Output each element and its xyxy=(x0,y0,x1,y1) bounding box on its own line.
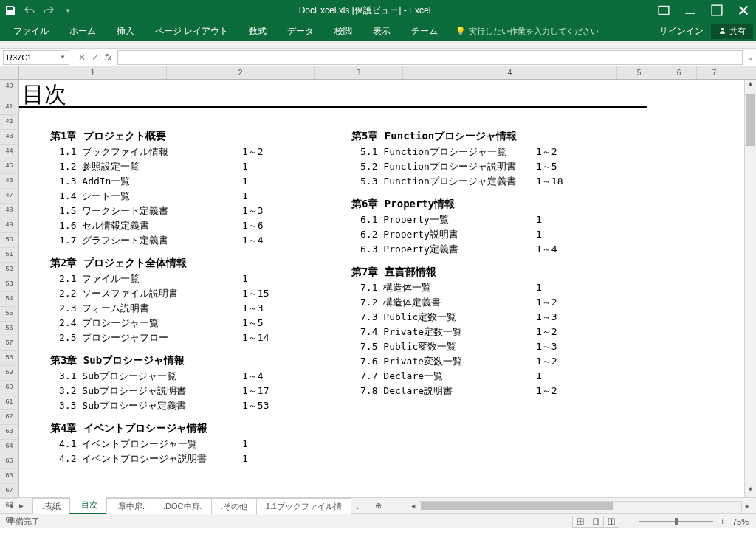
share-button[interactable]: 共有 xyxy=(711,24,753,39)
qat-dropdown-icon[interactable]: ▼ xyxy=(62,4,74,16)
doc-title: 目次 xyxy=(22,80,66,110)
worksheet-canvas[interactable]: 目次 第1章 プロジェクト概要1.1 ブックファイル情報1～21.2 参照設定一… xyxy=(19,80,744,497)
signin-link[interactable]: サインイン xyxy=(659,25,704,38)
cancel-formula-icon[interactable]: ✕ xyxy=(78,52,86,63)
scroll-down-icon[interactable]: ▼ xyxy=(745,485,756,497)
toc-item-label: 1.3 AddIn一覧 xyxy=(50,174,242,189)
vertical-scrollbar[interactable]: ▲ ▼ xyxy=(744,80,756,497)
tab-first-icon[interactable]: ◄ xyxy=(7,502,15,510)
ribbon-tab-0[interactable]: ファイル xyxy=(3,21,59,41)
toc-item-page: 1 xyxy=(242,452,248,466)
minimize-icon[interactable] xyxy=(682,2,698,18)
toc-item: 6.2 Property説明書1 xyxy=(351,227,563,242)
zoom-handle[interactable] xyxy=(675,518,678,525)
toc-item-label: 6.1 Property一覧 xyxy=(351,212,536,227)
row-header[interactable]: 57 xyxy=(0,336,18,351)
hscroll-right-icon[interactable]: ► xyxy=(742,502,753,510)
row-header[interactable]: 62 xyxy=(0,410,18,425)
column-header[interactable]: 2 xyxy=(167,66,315,79)
chevron-down-icon[interactable]: ▼ xyxy=(60,54,66,60)
enter-formula-icon[interactable]: ✓ xyxy=(92,52,99,63)
ribbon-tab-7[interactable]: 表示 xyxy=(362,21,401,41)
sheet-tab[interactable]: .その他 xyxy=(211,498,257,514)
row-header[interactable]: 47 xyxy=(0,189,18,204)
row-header[interactable]: 67 xyxy=(0,484,18,499)
row-header[interactable]: 48 xyxy=(0,204,18,218)
column-header[interactable]: 6 xyxy=(662,66,697,79)
row-header[interactable]: 65 xyxy=(0,454,18,469)
horizontal-scrollbar[interactable] xyxy=(419,501,742,511)
row-header[interactable]: 44 xyxy=(0,145,18,159)
zoom-in-button[interactable]: + xyxy=(721,517,725,526)
ribbon-tab-1[interactable]: ホーム xyxy=(59,21,106,41)
column-header[interactable]: 1 xyxy=(19,66,167,79)
tell-me-search[interactable]: 💡 実行したい作業を入力してください xyxy=(456,26,599,37)
toc-item-page: 1～2 xyxy=(536,354,557,369)
column-header[interactable]: 7 xyxy=(697,66,732,79)
row-header[interactable]: 43 xyxy=(0,130,18,145)
toc-item: 3.1 Subプロシージャ一覧1～4 xyxy=(50,369,269,384)
row-header[interactable]: 40 xyxy=(0,80,18,100)
row-header[interactable]: 51 xyxy=(0,248,18,263)
toc-chapter: 第2章 プロジェクト全体情報 xyxy=(50,257,269,270)
close-icon[interactable] xyxy=(735,2,752,18)
row-header[interactable]: 53 xyxy=(0,277,18,292)
row-header[interactable]: 41 xyxy=(0,100,18,115)
ribbon-tab-6[interactable]: 校閲 xyxy=(324,21,362,41)
sheet-tab[interactable]: .表紙 xyxy=(32,498,70,514)
formula-input[interactable] xyxy=(117,50,743,65)
row-header[interactable]: 50 xyxy=(0,233,18,248)
sheet-tab[interactable]: .DOC中扉. xyxy=(154,498,212,514)
add-sheet-button[interactable]: ⊕ xyxy=(369,501,388,511)
sheet-tab[interactable]: .章中扉. xyxy=(106,498,154,514)
row-header[interactable]: 60 xyxy=(0,381,18,395)
row-header[interactable]: 55 xyxy=(0,307,18,322)
row-header[interactable]: 42 xyxy=(0,115,18,130)
column-header[interactable]: 5 xyxy=(617,66,662,79)
row-header[interactable]: 45 xyxy=(0,159,18,174)
ribbon-tab-2[interactable]: 挿入 xyxy=(106,21,145,41)
column-header[interactable]: 4 xyxy=(403,66,617,79)
normal-view-button[interactable] xyxy=(572,516,588,528)
undo-icon[interactable] xyxy=(24,4,35,16)
maximize-icon[interactable] xyxy=(709,2,725,18)
name-box[interactable]: R37C1 ▼ xyxy=(3,50,69,65)
select-all-corner[interactable] xyxy=(0,66,19,79)
ribbon-tab-4[interactable]: 数式 xyxy=(238,21,277,41)
sheet-tab[interactable]: .目次 xyxy=(69,497,107,514)
hscroll-left-icon[interactable]: ◄ xyxy=(408,502,419,510)
ribbon-tab-8[interactable]: チーム xyxy=(401,21,448,41)
row-header[interactable]: 64 xyxy=(0,440,18,454)
row-header[interactable]: 58 xyxy=(0,351,18,366)
zoom-out-button[interactable]: − xyxy=(627,517,631,526)
row-header[interactable]: 63 xyxy=(0,425,18,440)
page-break-view-button[interactable] xyxy=(603,516,619,528)
svg-rect-10 xyxy=(608,519,611,525)
row-header[interactable]: 61 xyxy=(0,395,18,410)
page-layout-view-button[interactable] xyxy=(588,516,604,528)
sheet-tab[interactable]: 1.1ブックファイル情 xyxy=(256,498,351,514)
row-header[interactable]: 66 xyxy=(0,469,18,484)
tab-more[interactable]: ... xyxy=(351,502,369,511)
row-header[interactable]: 46 xyxy=(0,174,18,189)
row-header[interactable]: 52 xyxy=(0,263,18,277)
zoom-slider[interactable] xyxy=(639,521,713,522)
row-header[interactable]: 59 xyxy=(0,366,18,381)
row-header[interactable]: 54 xyxy=(0,292,18,307)
save-icon[interactable] xyxy=(4,4,16,16)
redo-icon[interactable] xyxy=(43,4,55,16)
ribbon-tab-5[interactable]: データ xyxy=(277,21,324,41)
svg-rect-9 xyxy=(594,519,598,525)
tab-next-icon[interactable]: ► xyxy=(18,502,25,510)
scroll-thumb[interactable] xyxy=(746,94,755,146)
expand-formula-icon[interactable]: ⌄ xyxy=(746,54,756,61)
ribbon-tab-3[interactable]: ページ レイアウト xyxy=(145,21,238,41)
hscroll-thumb[interactable] xyxy=(421,502,613,510)
ribbon-display-icon[interactable] xyxy=(656,2,672,18)
fx-icon[interactable]: fx xyxy=(105,52,111,63)
toc-item-label: 1.2 参照設定一覧 xyxy=(50,159,242,174)
scroll-up-icon[interactable]: ▲ xyxy=(745,80,756,91)
row-header[interactable]: 56 xyxy=(0,322,18,336)
row-header[interactable]: 49 xyxy=(0,218,18,233)
column-header[interactable]: 3 xyxy=(315,66,403,79)
